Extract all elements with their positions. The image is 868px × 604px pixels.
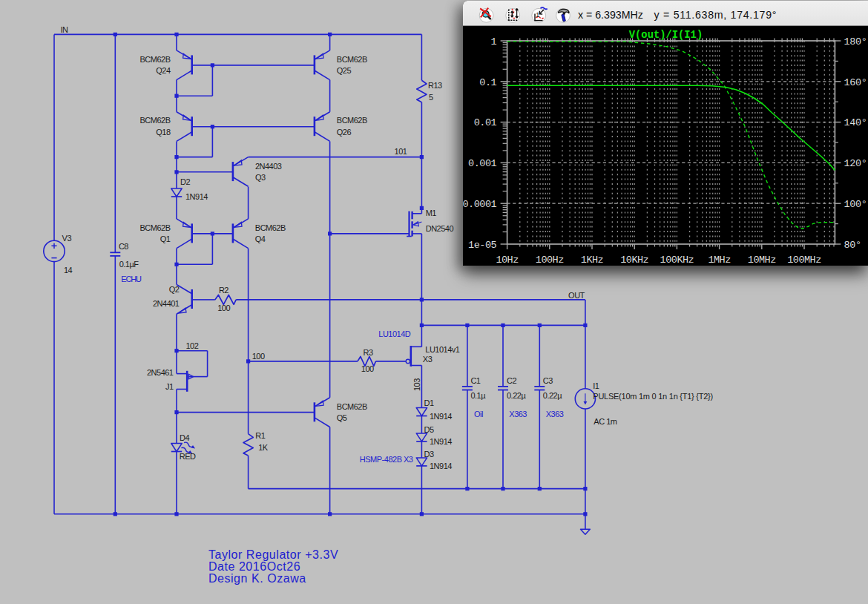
svg-text:D2: D2: [180, 177, 190, 186]
svg-text:D5: D5: [424, 425, 434, 434]
svg-text:Date 2016Oct26: Date 2016Oct26: [208, 560, 300, 573]
svg-text:DN2540: DN2540: [426, 224, 454, 233]
svg-text:R3: R3: [364, 348, 373, 357]
svg-text:0.01: 0.01: [474, 117, 497, 128]
svg-text:80°: 80°: [844, 240, 861, 251]
svg-text:BCM62B: BCM62B: [139, 55, 170, 64]
svg-text:160°: 160°: [844, 77, 867, 88]
svg-text:Q1: Q1: [160, 234, 171, 243]
svg-text:1: 1: [490, 36, 496, 47]
svg-text:Oil: Oil: [474, 410, 483, 418]
svg-text:Q26: Q26: [337, 128, 352, 137]
svg-text:M1: M1: [426, 209, 437, 217]
svg-text:0.1µF: 0.1µF: [119, 260, 139, 269]
svg-text:X363: X363: [546, 410, 564, 418]
svg-text:Q3: Q3: [255, 173, 266, 182]
svg-text:IN: IN: [61, 25, 69, 34]
svg-text:2N4401: 2N4401: [153, 299, 180, 308]
svg-text:Design K. Ozawa: Design K. Ozawa: [208, 572, 306, 585]
svg-text:BCM62B: BCM62B: [337, 116, 367, 125]
svg-text:0.22µ: 0.22µ: [507, 391, 526, 400]
svg-text:1N914: 1N914: [430, 412, 452, 421]
svg-text:R2: R2: [219, 286, 228, 295]
svg-text:BCM62B: BCM62B: [337, 55, 367, 64]
svg-text:0.22µ: 0.22µ: [543, 391, 562, 400]
svg-text:D1: D1: [424, 398, 434, 407]
svg-text:140°: 140°: [844, 117, 867, 128]
svg-text:2N4403: 2N4403: [255, 162, 282, 171]
svg-text:BCM62B: BCM62B: [337, 402, 367, 411]
svg-text:R1: R1: [255, 431, 265, 440]
svg-text:Q25: Q25: [337, 66, 352, 75]
svg-text:R13: R13: [428, 81, 442, 90]
svg-text:0.0001: 0.0001: [463, 199, 496, 210]
svg-text:2N5461: 2N5461: [147, 368, 174, 377]
svg-text:1K: 1K: [258, 443, 269, 452]
svg-text:Q4: Q4: [255, 234, 266, 243]
svg-text:0.001: 0.001: [468, 158, 496, 169]
svg-text:Taylor Regulator +3.3V: Taylor Regulator +3.3V: [208, 548, 338, 561]
svg-text:180°: 180°: [844, 36, 867, 47]
svg-text:10Hz: 10Hz: [496, 255, 519, 266]
svg-text:C8: C8: [119, 242, 128, 251]
svg-text:y = 511.638m, 174.179°: y = 511.638m, 174.179°: [654, 9, 777, 21]
svg-text:120°: 120°: [844, 158, 867, 169]
svg-text:1N914: 1N914: [185, 192, 208, 201]
svg-text:Q2: Q2: [169, 285, 180, 294]
svg-text:1: 1: [536, 11, 539, 19]
svg-text:OUT: OUT: [568, 291, 585, 300]
svg-text:100Hz: 100Hz: [536, 255, 564, 266]
svg-text:C3: C3: [543, 376, 553, 385]
svg-text:V(out)/I(I1): V(out)/I(I1): [629, 30, 703, 41]
svg-text:D3: D3: [424, 450, 434, 459]
svg-text:RED: RED: [180, 452, 196, 461]
svg-text:100: 100: [252, 352, 265, 361]
svg-text:101: 101: [395, 147, 407, 156]
svg-text:J1: J1: [165, 382, 174, 391]
svg-text:X363: X363: [509, 410, 527, 418]
svg-text:1N914: 1N914: [430, 462, 452, 470]
svg-text:10MHz: 10MHz: [748, 255, 776, 266]
svg-text:10KHz: 10KHz: [620, 255, 648, 266]
svg-text:1KHz: 1KHz: [581, 255, 604, 266]
svg-text:LU1014D: LU1014D: [378, 329, 411, 338]
svg-text:103: 103: [412, 378, 421, 391]
svg-text:V3: V3: [62, 234, 72, 243]
svg-text:D4: D4: [180, 433, 189, 442]
svg-text:14: 14: [64, 266, 73, 275]
svg-text:Q18: Q18: [156, 128, 171, 137]
svg-text:LU1014v1: LU1014v1: [425, 345, 460, 354]
svg-text:C1: C1: [470, 376, 480, 385]
svg-text:0.1: 0.1: [479, 77, 496, 88]
svg-text:5: 5: [429, 93, 433, 102]
svg-text:102: 102: [185, 341, 198, 350]
svg-text:1MHz: 1MHz: [708, 255, 731, 266]
svg-text:100: 100: [217, 303, 230, 312]
svg-text:100MHz: 100MHz: [787, 255, 821, 266]
svg-text:1e-05: 1e-05: [468, 240, 496, 251]
svg-text:BCM62B: BCM62B: [255, 223, 286, 232]
svg-text:PULSE(10m 1m 0 1n 1n {T1} {T2}: PULSE(10m 1m 0 1n 1n {T1} {T2}): [593, 392, 713, 401]
svg-text:0.1µ: 0.1µ: [470, 391, 486, 400]
svg-text:BCM62B: BCM62B: [139, 116, 170, 125]
svg-text:Q5: Q5: [337, 413, 347, 422]
svg-text:100: 100: [361, 364, 374, 373]
svg-text:BCM62B: BCM62B: [139, 223, 170, 232]
svg-text:x = 6.393MHz: x = 6.393MHz: [578, 9, 643, 21]
svg-text:X3: X3: [423, 355, 433, 364]
svg-text:ECHU: ECHU: [121, 275, 142, 283]
svg-text:I1: I1: [593, 381, 599, 390]
svg-text:100KHz: 100KHz: [660, 255, 694, 266]
svg-text:C2: C2: [507, 376, 516, 385]
svg-text:Q24: Q24: [156, 66, 171, 75]
svg-text:HSMP-482B X3: HSMP-482B X3: [360, 455, 413, 464]
svg-text:AC 1m: AC 1m: [594, 417, 617, 426]
svg-text:100°: 100°: [844, 199, 867, 210]
svg-text:1N914: 1N914: [430, 437, 452, 446]
